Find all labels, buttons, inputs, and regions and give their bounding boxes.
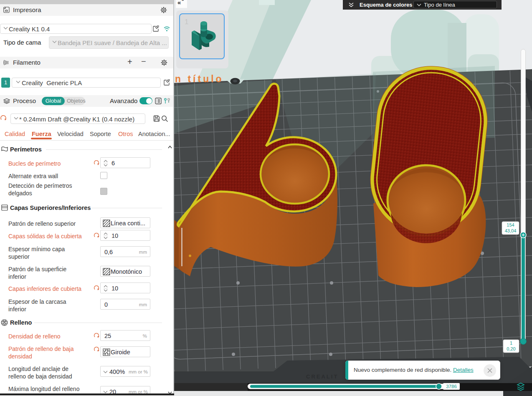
svg-text:0,20: 0,20 (507, 346, 515, 351)
svg-text:1: 1 (510, 341, 512, 346)
svg-text:3786: 3786 (446, 384, 457, 389)
svg-text:CREALIT: CREALIT (306, 373, 338, 380)
svg-text:154: 154 (507, 222, 514, 227)
svg-text:43,04: 43,04 (505, 228, 517, 233)
